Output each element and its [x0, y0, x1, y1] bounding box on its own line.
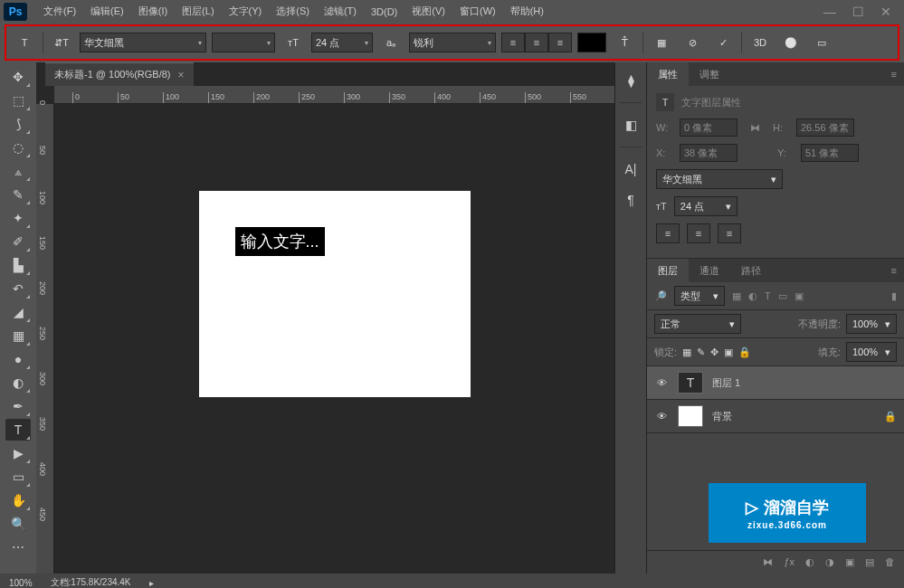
- align-right-button[interactable]: ≡: [548, 33, 572, 52]
- canvas-viewport[interactable]: 输入文字...: [54, 104, 614, 574]
- filter-type-icon[interactable]: T: [765, 290, 771, 301]
- delete-icon[interactable]: 🗑: [885, 556, 895, 568]
- filter-kind-select[interactable]: 类型▾: [674, 286, 725, 306]
- zoom-tool[interactable]: 🔍: [5, 513, 31, 535]
- blur-tool[interactable]: ●: [5, 348, 31, 370]
- link-icon[interactable]: ⧓: [750, 122, 760, 134]
- font-family-select[interactable]: 华文细黑▾: [80, 33, 206, 52]
- menu-filter[interactable]: 滤镜(T): [317, 1, 364, 22]
- props-align-center[interactable]: ≡: [687, 223, 710, 243]
- status-arrow-icon[interactable]: ▸: [149, 578, 154, 588]
- menu-view[interactable]: 视图(V): [404, 1, 452, 22]
- fill-input[interactable]: 100%▾: [846, 342, 897, 362]
- opacity-input[interactable]: 100%▾: [846, 314, 897, 334]
- doc-info[interactable]: 文档:175.8K/234.4K: [51, 576, 131, 588]
- text-layer-input[interactable]: 输入文字...: [235, 227, 325, 256]
- lock-pos-icon[interactable]: ✥: [710, 346, 718, 358]
- canvas[interactable]: 输入文字...: [199, 191, 471, 397]
- paths-tab[interactable]: 路径: [730, 259, 772, 283]
- filter-pixel-icon[interactable]: ▦: [732, 290, 741, 302]
- panel-menu-icon[interactable]: ≡: [884, 69, 904, 80]
- antialiasing-select[interactable]: 锐利▾: [409, 33, 496, 52]
- y-input[interactable]: [801, 144, 859, 162]
- crop-tool[interactable]: ⟁: [5, 160, 31, 182]
- font-size-select[interactable]: 24 点▾: [311, 33, 373, 52]
- new-layer-icon[interactable]: ▤: [865, 556, 874, 568]
- document-tab[interactable]: 未标题-1 @ 100%(RGB/8) ×: [45, 62, 194, 86]
- adjust-layer-icon[interactable]: ◑: [825, 556, 834, 568]
- layer-thumbnail[interactable]: T: [678, 372, 703, 394]
- gradient-tool[interactable]: ▦: [5, 325, 31, 346]
- fx-icon[interactable]: ƒx: [784, 556, 795, 568]
- blend-mode-select[interactable]: 正常▾: [654, 314, 741, 334]
- menu-select[interactable]: 选择(S): [269, 1, 317, 22]
- horizontal-ruler[interactable]: 050100150200250300350400450500550600: [54, 86, 614, 104]
- pen-tool[interactable]: ✒: [5, 395, 31, 417]
- zoom-level[interactable]: 100%: [9, 578, 33, 588]
- lock-icon[interactable]: 🔒: [884, 411, 897, 422]
- dodge-tool[interactable]: ◐: [5, 372, 31, 394]
- quick-select-tool[interactable]: ◌: [5, 137, 31, 158]
- width-input[interactable]: [680, 119, 737, 137]
- commit-icon[interactable]: ✓: [710, 30, 736, 55]
- x-input[interactable]: [680, 144, 737, 162]
- layer-item[interactable]: 👁 背景 🔒: [647, 400, 904, 433]
- font-style-select[interactable]: ▾: [212, 33, 275, 52]
- path-select-tool[interactable]: ▶: [5, 442, 31, 464]
- adjustments-tab[interactable]: 调整: [689, 62, 730, 87]
- layer-name[interactable]: 图层 1: [712, 376, 740, 390]
- menu-window[interactable]: 窗口(W): [452, 1, 503, 22]
- tool-preset-icon[interactable]: T: [12, 30, 37, 55]
- search-icon[interactable]: ⚪: [778, 30, 804, 55]
- color-panel-icon[interactable]: ◧: [622, 116, 640, 134]
- warp-text-icon[interactable]: T̽: [612, 30, 637, 55]
- menu-3d[interactable]: 3D(D): [364, 3, 404, 21]
- text-orientation-icon[interactable]: ⇵T: [49, 30, 74, 55]
- paragraph-dock-icon[interactable]: ¶: [622, 191, 640, 209]
- align-center-button[interactable]: ≡: [525, 33, 548, 52]
- lock-paint-icon[interactable]: ✎: [697, 346, 705, 358]
- minimize-icon[interactable]: —: [823, 5, 836, 19]
- filter-adjust-icon[interactable]: ◐: [748, 290, 757, 302]
- rectangle-tool[interactable]: ▭: [5, 466, 31, 488]
- search-icon[interactable]: 🔎: [654, 290, 667, 302]
- props-align-left[interactable]: ≡: [656, 223, 680, 243]
- healing-brush-tool[interactable]: ✦: [5, 207, 31, 229]
- edit-toolbar-icon[interactable]: ⋯: [5, 536, 31, 558]
- move-tool[interactable]: ✥: [5, 66, 31, 88]
- character-dock-icon[interactable]: A|: [622, 160, 640, 178]
- layer-item[interactable]: 👁 T 图层 1: [647, 366, 904, 400]
- filter-shape-icon[interactable]: ▭: [778, 290, 787, 302]
- align-left-button[interactable]: ≡: [501, 33, 525, 52]
- lock-all-icon[interactable]: 🔒: [738, 346, 751, 358]
- props-font-size[interactable]: 24 点▾: [674, 196, 737, 216]
- lock-artboard-icon[interactable]: ▣: [724, 346, 733, 358]
- mask-icon[interactable]: ◐: [805, 556, 814, 568]
- lasso-tool[interactable]: ⟆: [5, 113, 31, 135]
- panel-menu-icon[interactable]: ≡: [884, 265, 904, 276]
- channels-tab[interactable]: 通道: [689, 259, 730, 283]
- menu-help[interactable]: 帮助(H): [503, 1, 551, 22]
- close-tab-icon[interactable]: ×: [178, 69, 185, 81]
- props-font-family[interactable]: 华文细黑▾: [656, 169, 783, 189]
- layer-thumbnail[interactable]: [678, 405, 703, 427]
- frame-icon[interactable]: ▭: [809, 30, 834, 55]
- character-panel-icon[interactable]: ▦: [649, 30, 674, 55]
- eyedropper-tool[interactable]: ✎: [5, 184, 31, 205]
- menu-file[interactable]: 文件(F): [36, 1, 83, 22]
- vertical-ruler[interactable]: 050100150200250300350400450: [36, 104, 54, 574]
- lock-trans-icon[interactable]: ▦: [682, 346, 691, 358]
- menu-image[interactable]: 图像(I): [131, 1, 175, 22]
- layers-tab[interactable]: 图层: [647, 259, 689, 283]
- link-layers-icon[interactable]: ⧓: [763, 556, 773, 568]
- filter-toggle-icon[interactable]: ▮: [891, 290, 897, 302]
- properties-tab[interactable]: 属性: [647, 62, 689, 87]
- history-brush-tool[interactable]: ↶: [5, 278, 31, 299]
- menu-layer[interactable]: 图层(L): [175, 1, 221, 22]
- props-align-right[interactable]: ≡: [718, 223, 741, 243]
- visibility-icon[interactable]: 👁: [654, 411, 669, 422]
- marquee-tool[interactable]: ⬚: [5, 90, 31, 111]
- cancel-icon[interactable]: ⊘: [680, 30, 705, 55]
- close-icon[interactable]: ✕: [880, 5, 891, 19]
- hand-tool[interactable]: ✋: [5, 489, 31, 511]
